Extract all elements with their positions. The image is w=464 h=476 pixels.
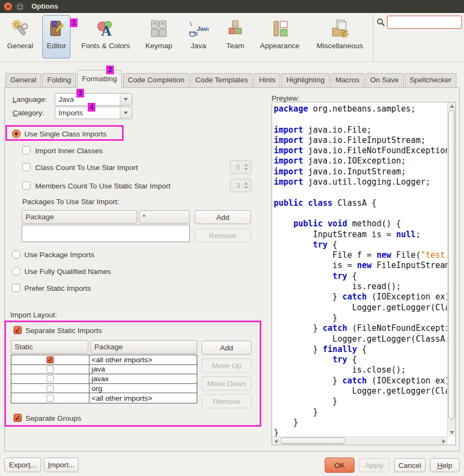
tab-general[interactable]: General <box>5 73 41 87</box>
spinner-up-icon[interactable] <box>244 164 248 166</box>
options-toolbar: General Editor A Fonts & Colors Keymap <box>0 13 464 62</box>
toolbar-item-keymap[interactable]: Keymap <box>141 15 177 58</box>
table-row[interactable]: org <box>11 384 197 394</box>
import-button[interactable]: Import... <box>44 458 79 472</box>
class-count-spinner[interactable]: 5 <box>230 160 252 174</box>
checked-checkbox-icon[interactable]: ✓ <box>47 356 54 363</box>
use-single-class-imports-radio[interactable] <box>12 129 21 138</box>
category-select[interactable]: Imports <box>55 107 132 119</box>
unchecked-checkbox-icon[interactable] <box>47 385 54 392</box>
pkg-remove-button[interactable]: Remove <box>195 229 251 243</box>
members-count-spinner[interactable]: 3 <box>230 179 252 192</box>
scroll-up-icon[interactable] <box>450 105 454 108</box>
code-line: import java.io.InputStream; <box>274 167 448 177</box>
spinner-up-icon[interactable] <box>244 182 248 185</box>
language-select[interactable]: Java <box>55 93 132 106</box>
pkg-table-empty-row[interactable] <box>22 225 190 242</box>
package-column-header[interactable]: Package <box>91 340 197 354</box>
static-cell[interactable] <box>11 393 89 403</box>
horizontal-scroll-thumb[interactable] <box>280 438 346 444</box>
toolbar-item-editor[interactable]: Editor <box>42 15 70 58</box>
java-icon: Java <box>188 18 209 39</box>
scroll-down-icon[interactable] <box>450 431 454 434</box>
code-segment: try <box>332 355 347 364</box>
ok-button[interactable]: OK <box>325 458 355 473</box>
vertical-scroll-thumb[interactable] <box>448 110 455 420</box>
tab-macros[interactable]: Macros <box>331 73 364 87</box>
tab-folding[interactable]: Folding <box>42 73 76 87</box>
search-input[interactable] <box>387 16 462 29</box>
toolbar-item-java[interactable]: Java Java <box>181 15 216 58</box>
prefer-static-imports-checkbox[interactable] <box>12 284 20 292</box>
toolbar-item-label: Java <box>191 42 207 50</box>
tab-label: Hints <box>259 76 275 84</box>
package-cell[interactable]: javax <box>89 374 197 383</box>
tab-spellchecker[interactable]: Spellchecker <box>405 73 456 87</box>
pkg-column-header-star[interactable]: * <box>139 210 190 224</box>
unchecked-checkbox-icon[interactable] <box>47 395 54 402</box>
table-row[interactable]: <all other imports> <box>11 393 197 403</box>
miscellaneous-icon <box>330 18 350 39</box>
code-segment: Logger.getLogger(ClassA.class.getName())… <box>274 334 448 344</box>
code-segment: (IOException ex) { <box>367 292 448 302</box>
pkg-column-header-package[interactable]: Package <box>22 210 137 224</box>
export-button[interactable]: Export... <box>4 458 41 472</box>
package-cell[interactable]: org <box>89 384 197 393</box>
code-segment: try <box>332 271 347 281</box>
package-cell[interactable]: java <box>89 365 197 374</box>
close-button[interactable] <box>4 2 12 11</box>
move-down-button[interactable]: Move Down <box>202 376 252 390</box>
use-package-imports-radio[interactable] <box>12 250 21 259</box>
tab-code-templates[interactable]: Code Templates <box>190 73 253 87</box>
tab-hints[interactable]: Hints <box>254 73 280 87</box>
restore-button[interactable] <box>15 2 24 11</box>
toolbar-item-fonts-colors[interactable]: A Fonts & Colors <box>75 15 137 58</box>
move-up-button[interactable]: Move Up <box>202 358 252 373</box>
scroll-left-icon[interactable] <box>274 439 278 444</box>
tab-on-save[interactable]: On Save <box>365 73 404 87</box>
tab-code-completion[interactable]: Code Completion <box>123 73 189 87</box>
toolbar-item-general[interactable]: General <box>3 15 37 58</box>
import-inner-classes-checkbox[interactable] <box>22 146 30 154</box>
table-row[interactable]: javax <box>11 374 197 384</box>
code-segment: new <box>377 250 391 260</box>
cancel-button[interactable]: Cancel <box>394 458 426 472</box>
table-row[interactable]: java <box>11 365 197 375</box>
use-fully-qualified-names-radio[interactable] <box>12 267 21 276</box>
static-cell[interactable] <box>11 374 89 383</box>
toolbar-item-miscellaneous[interactable]: Miscellaneous <box>309 15 371 58</box>
tab-formatting[interactable]: Formatting <box>77 70 122 88</box>
separate-static-imports-checkbox[interactable]: ✓ <box>14 326 22 334</box>
toolbar-item-appearance[interactable]: Appearance <box>254 15 306 58</box>
separate-groups-checkbox[interactable]: ✓ <box>14 414 22 422</box>
chevron-down-icon[interactable] <box>120 94 132 105</box>
pkg-add-button[interactable]: Add <box>195 210 251 224</box>
static-cell[interactable]: ✓ <box>11 355 89 364</box>
package-cell[interactable]: <all other imports> <box>89 393 197 403</box>
layout-remove-button[interactable]: Remove <box>202 394 252 408</box>
unchecked-checkbox-icon[interactable] <box>47 366 54 373</box>
code-segment: FileInputStream(f); <box>372 260 448 270</box>
chevron-down-icon[interactable] <box>120 107 132 119</box>
spinner-down-icon[interactable] <box>244 186 248 189</box>
scroll-right-icon[interactable] <box>442 439 446 444</box>
tab-label: Highlighting <box>286 76 325 84</box>
unchecked-checkbox-icon[interactable] <box>47 375 54 382</box>
table-row[interactable]: ✓<all other imports> <box>11 355 197 365</box>
vertical-scrollbar[interactable] <box>447 102 455 436</box>
horizontal-scrollbar[interactable] <box>272 436 448 445</box>
package-cell[interactable]: <all other imports> <box>89 355 197 364</box>
static-column-header[interactable]: Static <box>11 340 88 354</box>
members-count-checkbox[interactable] <box>22 181 30 190</box>
static-cell[interactable] <box>11 365 89 374</box>
window-title: Options <box>31 2 58 10</box>
apply-button[interactable]: Apply <box>359 458 390 472</box>
titlebar: Options <box>0 0 464 13</box>
static-cell[interactable] <box>11 384 89 393</box>
tab-highlighting[interactable]: Highlighting <box>281 73 330 87</box>
class-count-checkbox[interactable] <box>22 163 30 171</box>
layout-add-button[interactable]: Add <box>202 341 252 355</box>
toolbar-item-team[interactable]: Team <box>220 15 250 58</box>
help-button[interactable]: Help <box>430 458 460 472</box>
spinner-down-icon[interactable] <box>244 168 248 171</box>
